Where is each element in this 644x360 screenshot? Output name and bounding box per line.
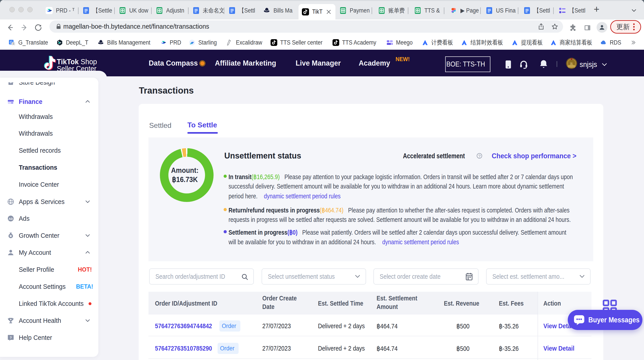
svg-text:R: R — [570, 62, 573, 66]
svg-text:文: 文 — [12, 42, 15, 45]
svg-text:?: ? — [10, 336, 12, 339]
svg-text:AD: AD — [9, 217, 13, 221]
